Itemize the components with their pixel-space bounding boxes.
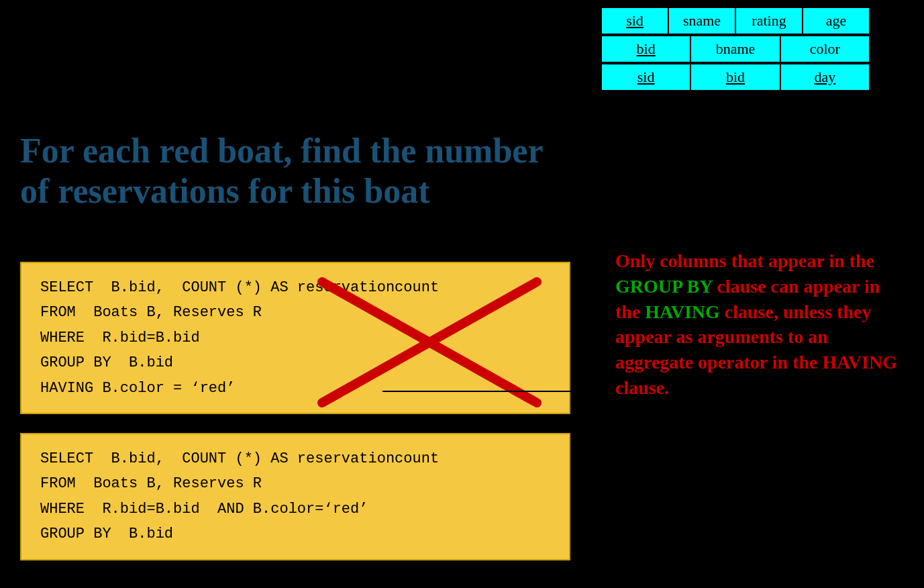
- sql-wrong-box: SELECT B.bid, COUNT (*) AS reservationco…: [20, 262, 570, 414]
- boats-color: color: [780, 36, 870, 62]
- tables-container: sid sname rating age bid bname color sid…: [601, 7, 870, 91]
- highlight-having: HAVING: [645, 301, 720, 322]
- sql-correct-box: SELECT B.bid, COUNT (*) AS reservationco…: [20, 433, 570, 560]
- boats-bname: bname: [690, 36, 780, 62]
- sql-correct-line-2: FROM Boats B, Reserves R: [40, 471, 550, 496]
- sailors-sname: sname: [668, 7, 735, 34]
- sql-wrong-line-1: SELECT B.bid, COUNT (*) AS reservationco…: [40, 275, 550, 300]
- sailors-sid: sid: [601, 7, 668, 34]
- sql-correct-line-3: WHERE R.bid=B.bid AND B.color=‘red’: [40, 497, 550, 522]
- sql-wrong-line-5: HAVING B.color = ‘red’: [40, 376, 550, 401]
- sql-wrong-line-3: WHERE R.bid=B.bid: [40, 326, 550, 350]
- sailors-rating: rating: [735, 7, 803, 34]
- reserves-bid: bid: [690, 64, 780, 91]
- sql-correct-line-4: GROUP BY B.bid: [40, 522, 550, 546]
- sailors-table: sid sname rating age: [601, 7, 870, 35]
- main-heading: For each red boat, find the number of re…: [20, 131, 570, 211]
- reserves-table: sid bid day: [601, 63, 870, 91]
- sql-wrong-line-2: FROM Boats B, Reserves R: [40, 300, 550, 325]
- highlight-group-by: GROUP BY: [615, 276, 712, 297]
- boats-table: bid bname color: [601, 35, 870, 63]
- reserves-sid: sid: [601, 64, 690, 91]
- right-note: Only columns that appear in the GROUP BY…: [615, 248, 904, 401]
- sql-wrong-line-4: GROUP BY B.bid: [40, 350, 550, 375]
- boats-bid: bid: [601, 36, 690, 62]
- sql-correct-line-1: SELECT B.bid, COUNT (*) AS reservationco…: [40, 446, 550, 471]
- sailors-age: age: [803, 7, 870, 34]
- reserves-day: day: [780, 64, 870, 91]
